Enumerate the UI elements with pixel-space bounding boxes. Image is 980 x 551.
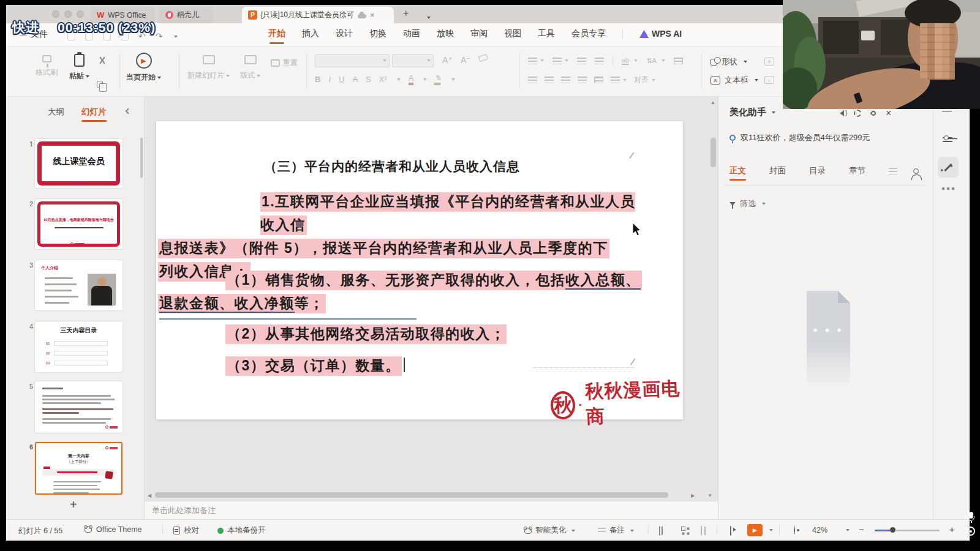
zoom-chevron-icon[interactable] bbox=[846, 529, 850, 531]
textbox-button[interactable]: A 文本框 bbox=[710, 75, 758, 86]
line-sort-icon[interactable]: ⇅A bbox=[646, 57, 657, 65]
shapes-button[interactable]: 形状 bbox=[710, 56, 747, 67]
font-name-select[interactable] bbox=[315, 54, 390, 67]
slideshow-chevron-icon[interactable] bbox=[769, 529, 773, 531]
scroll-right-icon[interactable]: ▶ bbox=[691, 493, 695, 498]
increase-font-button[interactable]: A⁺ bbox=[442, 55, 453, 65]
bullet-list-icon[interactable] bbox=[528, 58, 537, 64]
copy-icon[interactable] bbox=[97, 81, 103, 88]
slide-thumbnail-1[interactable]: 线上课堂会员 bbox=[35, 139, 123, 188]
tab-slides[interactable]: 幻灯片 bbox=[81, 107, 107, 118]
slideshow-play-button[interactable]: ▶ bbox=[747, 524, 763, 536]
align-left-icon[interactable] bbox=[528, 77, 537, 83]
format-painter-button[interactable]: 格式刷 bbox=[36, 55, 58, 78]
scroll-down-icon[interactable]: ▼ bbox=[707, 493, 712, 498]
italic-button[interactable]: I bbox=[328, 75, 331, 84]
theme-button[interactable]: Office Theme bbox=[85, 525, 142, 534]
settings-gear-icon[interactable] bbox=[854, 110, 861, 117]
more-options-icon[interactable]: ●●● bbox=[941, 185, 956, 192]
menu-slideshow[interactable]: 放映 bbox=[437, 28, 454, 39]
tab-outline[interactable]: 大纲 bbox=[48, 107, 64, 118]
strikethrough-button[interactable]: S bbox=[366, 75, 371, 84]
menu-animation[interactable]: 动画 bbox=[403, 28, 420, 39]
sidebar-scrollbar[interactable] bbox=[140, 138, 143, 178]
insert-picture-icon[interactable]: ▵ bbox=[764, 76, 774, 84]
filter-button[interactable]: 筛选 bbox=[729, 198, 766, 209]
play-from-current-button[interactable]: ▶ 当页开始 bbox=[126, 53, 161, 83]
slide-thumbnail-5[interactable] bbox=[35, 381, 123, 433]
pin-icon[interactable] bbox=[870, 110, 876, 116]
columns-icon[interactable] bbox=[594, 77, 603, 83]
zoom-out-button[interactable]: − bbox=[859, 524, 864, 534]
scroll-left-icon[interactable]: ◀ bbox=[148, 493, 151, 498]
align-menu-label[interactable]: 对齐 bbox=[634, 75, 649, 85]
font-size-select[interactable] bbox=[392, 54, 434, 67]
reset-button[interactable]: 重置 bbox=[271, 58, 298, 68]
traffic-light-close[interactable] bbox=[52, 10, 59, 18]
slide-thumbnail-4[interactable]: 三天内容目录 01 02 03 bbox=[35, 321, 123, 372]
notes-bar[interactable]: 单击此处添加备注 bbox=[145, 501, 718, 519]
adjust-sliders-icon[interactable] bbox=[943, 137, 952, 138]
backup-button[interactable]: 本地备份开 bbox=[217, 525, 266, 536]
bold-button[interactable]: B bbox=[315, 75, 320, 84]
panel-promo-text[interactable]: 双11狂欢价，超级会员4年仅需299元 bbox=[741, 132, 870, 143]
reading-view-icon[interactable] bbox=[701, 526, 702, 536]
increase-indent-icon[interactable] bbox=[595, 58, 604, 64]
align-right-icon[interactable] bbox=[561, 77, 570, 83]
align-center-icon[interactable] bbox=[545, 77, 554, 83]
tab-list-chevron-icon[interactable] bbox=[425, 12, 431, 23]
magic-wand-button-active[interactable] bbox=[938, 157, 959, 178]
cut-icon[interactable] bbox=[98, 56, 107, 65]
menu-design[interactable]: 设计 bbox=[336, 28, 353, 39]
highlight-color-button[interactable]: ✎ bbox=[434, 73, 443, 85]
numbered-list-icon[interactable] bbox=[552, 58, 562, 64]
layout-button[interactable]: 版式 bbox=[240, 55, 260, 81]
font-color-button[interactable]: A bbox=[409, 73, 414, 85]
redo-icon[interactable]: ↷ bbox=[156, 31, 163, 41]
proofread-button[interactable]: 校对 bbox=[173, 525, 199, 536]
panel-title-chevron-icon[interactable] bbox=[772, 111, 775, 114]
collapse-sidebar-icon[interactable] bbox=[126, 108, 132, 114]
sound-icon[interactable] bbox=[840, 110, 844, 116]
menu-insert[interactable]: 插入 bbox=[302, 28, 319, 39]
horizontal-scrollbar-thumb[interactable] bbox=[155, 492, 668, 498]
slide-thumbnail-6-selected[interactable]: 第一天内容 （上半部分） bbox=[35, 442, 123, 495]
smart-beautify-button[interactable]: 智能美化 bbox=[524, 525, 575, 536]
play-from-start-icon[interactable] bbox=[730, 526, 731, 536]
menu-wps-ai[interactable]: WPS AI bbox=[639, 29, 682, 39]
new-tab-button[interactable]: + bbox=[403, 8, 409, 19]
zoom-slider-track[interactable] bbox=[895, 530, 940, 531]
microphone-icon[interactable] bbox=[967, 512, 974, 523]
paste-button[interactable]: 粘贴 bbox=[69, 54, 89, 81]
char-border-button[interactable]: A bbox=[352, 75, 358, 84]
text-direction-icon[interactable]: ab bbox=[622, 56, 629, 65]
wordart-icon[interactable]: A bbox=[764, 58, 774, 66]
quick-access-chevron-icon[interactable] bbox=[172, 31, 178, 42]
menu-home[interactable]: 开始 bbox=[268, 28, 285, 39]
vertical-scrollbar-thumb[interactable] bbox=[710, 138, 716, 167]
tab-docer[interactable]: 稻壳儿 bbox=[159, 7, 213, 23]
panel-tab-chapter[interactable]: 章节 bbox=[849, 165, 865, 176]
zoom-slider-knob[interactable] bbox=[890, 527, 895, 533]
panel-tab-cover[interactable]: 封面 bbox=[769, 165, 786, 176]
record-indicator-icon[interactable] bbox=[966, 527, 975, 536]
tab-close-icon[interactable]: × bbox=[370, 11, 375, 19]
panel-tab-body[interactable]: 正文 bbox=[729, 165, 746, 176]
new-slide-button[interactable]: 新建幻灯片 bbox=[187, 55, 230, 81]
panel-tab-toc[interactable]: 目录 bbox=[809, 165, 826, 176]
panel-close-icon[interactable]: × bbox=[886, 108, 891, 119]
zoom-in-button[interactable]: + bbox=[949, 524, 955, 534]
slide-thumbnail-2[interactable]: 10月热点直播，电商新规风险落地与网络合规 bbox=[35, 199, 123, 249]
menu-member[interactable]: 会员专享 bbox=[571, 28, 606, 39]
menu-transition[interactable]: 切换 bbox=[369, 28, 386, 39]
normal-view-icon[interactable] bbox=[659, 526, 660, 536]
notes-toggle-button[interactable]: 备注 bbox=[598, 525, 634, 536]
underline-button[interactable]: U bbox=[339, 75, 344, 84]
menu-tools[interactable]: 工具 bbox=[538, 28, 555, 39]
current-slide[interactable]: （三）平台内的经营者和从业人员收入信息 1.互联网平台企业应当填报《平台内的经营… bbox=[156, 121, 683, 419]
traffic-light-zoom[interactable] bbox=[77, 10, 84, 18]
scroll-up-icon[interactable]: ▲ bbox=[710, 100, 715, 105]
decrease-indent-icon[interactable] bbox=[577, 58, 586, 64]
justify-icon[interactable] bbox=[578, 77, 587, 83]
menu-view[interactable]: 视图 bbox=[504, 28, 521, 39]
